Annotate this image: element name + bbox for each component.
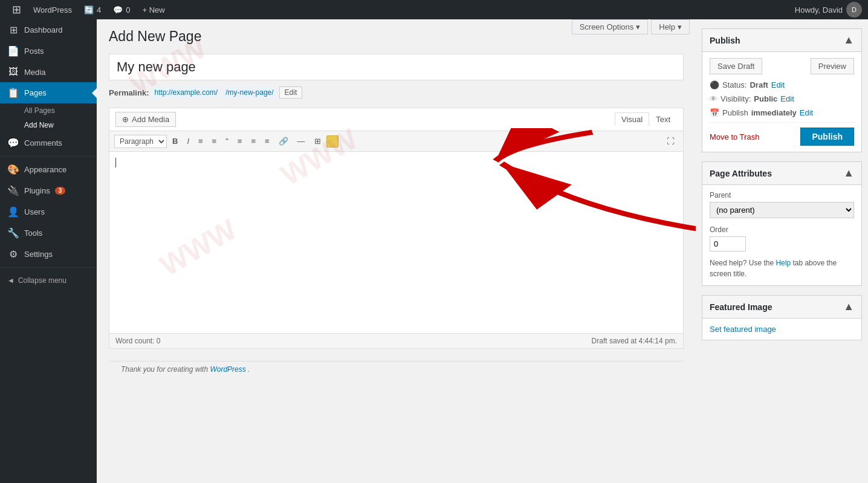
featured-image-toggle[interactable]: ▲ (843, 300, 854, 313)
page-attributes-header: Page Attributes ▲ (702, 162, 861, 185)
permalink-bar: Permalink: http://example.com/ /my-new-p… (109, 86, 684, 99)
move-to-trash-link[interactable]: Move to Trash (710, 132, 759, 141)
permalink-edit-button[interactable]: Edit (279, 86, 303, 99)
menu-divider-1 (0, 156, 97, 157)
table-button[interactable]: ⊞ (311, 134, 325, 148)
comments-icon: 💬 (113, 5, 123, 15)
plugins-icon: 🔌 (7, 185, 19, 196)
adminbar-new[interactable]: + New (137, 0, 171, 19)
bold-button[interactable]: B (169, 134, 181, 148)
permalink-base-url: http://example.com/ (152, 87, 220, 98)
sidebar-item-plugins[interactable]: 🔌 Plugins 3 (0, 180, 97, 201)
blockquote-button[interactable]: " (222, 134, 232, 148)
users-icon: 👤 (7, 206, 19, 218)
adminbar-right: Howdy, David D (795, 2, 862, 18)
align-right-button[interactable]: ≡ (261, 134, 273, 148)
publish-metabox-header: Publish ▲ (702, 29, 861, 52)
collapse-menu-button[interactable]: ◄ Collapse menu (0, 270, 97, 291)
set-featured-image-link[interactable]: Set featured image (710, 325, 776, 334)
fullscreen-button[interactable]: ⛶ (663, 134, 678, 148)
page-attributes-metabox: Page Attributes ▲ Parent (no parent) Ord… (702, 161, 862, 286)
sidebar-item-media[interactable]: 🖼 Media (0, 62, 97, 82)
adminbar-comments[interactable]: 💬 0 (107, 0, 136, 19)
sidebar-item-appearance[interactable]: 🎨 Appearance (0, 159, 97, 180)
featured-image-body: Set featured image (702, 319, 861, 340)
help-tab-link[interactable]: Help (776, 259, 791, 267)
tab-text[interactable]: Text (649, 112, 677, 126)
chevron-down-icon-help: ▾ (678, 22, 682, 31)
sidebar-item-dashboard[interactable]: ⊞ Dashboard (0, 19, 97, 41)
formatting-toolbar: Paragraph Heading 1 Heading 2 Heading 3 … (109, 131, 683, 152)
date-icon: 📅 (710, 108, 719, 117)
publish-status-row: ⚫ Status: Draft Edit (710, 80, 854, 89)
visibility-icon: 👁 (710, 94, 717, 103)
page-attributes-help: Need help? Use the Help tab above the sc… (710, 258, 854, 279)
publish-button[interactable]: Publish (800, 128, 854, 146)
settings-icon: ⚙ (7, 248, 19, 260)
adminbar-howdy[interactable]: Howdy, David D (795, 2, 862, 18)
publish-visibility-row: 👁 Visibility: Public Edit (710, 94, 854, 103)
wp-logo-icon: ⊞ (12, 3, 21, 16)
sidebar-item-tools[interactable]: 🔧 Tools (0, 222, 97, 244)
tab-visual[interactable]: Visual (615, 112, 649, 126)
visual-text-tabs: Visual Text (615, 112, 677, 126)
appearance-icon: 🎨 (7, 164, 19, 175)
parent-select[interactable]: (no parent) (710, 202, 854, 218)
sidebar-subitem-add-new[interactable]: Add New (0, 118, 97, 132)
sidebar-subitem-all-pages[interactable]: All Pages (0, 103, 97, 118)
screen-options-bar: Screen Options ▾ Help ▾ (572, 19, 690, 34)
preview-button[interactable]: Preview (811, 58, 854, 74)
publish-footer: Move to Trash Publish (710, 122, 854, 146)
comments-sidebar-icon: 💬 (7, 137, 19, 149)
sidebar-item-posts[interactable]: 📄 Posts (0, 41, 97, 62)
order-label: Order (710, 225, 854, 234)
collapse-icon: ◄ (7, 276, 15, 285)
add-media-button[interactable]: ⊕ Add Media (115, 112, 176, 127)
admin-sidebar: ⊞ Dashboard 📄 Posts 🖼 Media 📋 Pages All … (0, 19, 97, 483)
ul-button[interactable]: ≡ (195, 134, 207, 148)
editor-container: ⊕ Add Media Visual Text Paragraph Headin… (109, 108, 684, 349)
editor-body[interactable] (109, 152, 683, 333)
status-edit-link[interactable]: Edit (771, 80, 785, 89)
italic-button[interactable]: I (183, 134, 193, 148)
date-edit-link[interactable]: Edit (800, 108, 813, 117)
permalink-label: Permalink: (109, 88, 149, 97)
media-icon: 🖼 (7, 66, 19, 77)
page-attributes-toggle[interactable]: ▲ (843, 167, 854, 180)
paragraph-select[interactable]: Paragraph Heading 1 Heading 2 Heading 3 (114, 135, 167, 148)
post-title-input[interactable] (109, 54, 684, 80)
screen-options-button[interactable]: Screen Options ▾ (572, 19, 649, 34)
page-footer: Thank you for creating with WordPress . (109, 361, 684, 377)
highlight-button[interactable] (326, 135, 338, 147)
save-draft-button[interactable]: Save Draft (710, 58, 762, 74)
publish-metabox-toggle[interactable]: ▲ (843, 34, 854, 47)
sidebar-item-pages[interactable]: 📋 Pages (0, 82, 97, 103)
order-input[interactable] (710, 236, 746, 251)
media-add-icon: ⊕ (122, 115, 129, 124)
menu-divider-2 (0, 267, 97, 268)
adminbar-wp-logo[interactable]: ⊞ (6, 0, 27, 19)
featured-image-metabox: Featured Image ▲ Set featured image (702, 295, 862, 340)
draft-saved: Draft saved at 4:44:14 pm. (592, 337, 677, 345)
adminbar-site-name[interactable]: WordPress (27, 0, 78, 19)
sidebar-item-comments[interactable]: 💬 Comments (0, 132, 97, 154)
right-sidebar: Publish ▲ Save Draft Preview ⚫ Status: D… (696, 19, 868, 483)
posts-icon: 📄 (7, 45, 19, 57)
more-button[interactable]: — (294, 134, 309, 148)
parent-label: Parent (710, 191, 854, 199)
ol-button[interactable]: ≡ (209, 134, 221, 148)
word-count: Word count: 0 (115, 337, 160, 345)
help-button[interactable]: Help ▾ (651, 19, 690, 34)
adminbar-updates[interactable]: 🔄 4 (78, 0, 107, 19)
visibility-edit-link[interactable]: Edit (780, 94, 794, 103)
wordpress-footer-link[interactable]: WordPress (210, 365, 245, 374)
pages-icon: 📋 (7, 87, 19, 99)
align-left-button[interactable]: ≡ (234, 134, 246, 148)
link-button[interactable]: 🔗 (275, 134, 292, 148)
main-content-area: Screen Options ▾ Help ▾ Add New Page Per… (97, 19, 696, 483)
admin-bar: ⊞ WordPress 🔄 4 💬 0 + New Howdy, David D (0, 0, 868, 19)
sidebar-item-users[interactable]: 👤 Users (0, 201, 97, 222)
editor-top-toolbar: ⊕ Add Media Visual Text (109, 108, 683, 131)
align-center-button[interactable]: ≡ (247, 134, 259, 148)
sidebar-item-settings[interactable]: ⚙ Settings (0, 244, 97, 265)
